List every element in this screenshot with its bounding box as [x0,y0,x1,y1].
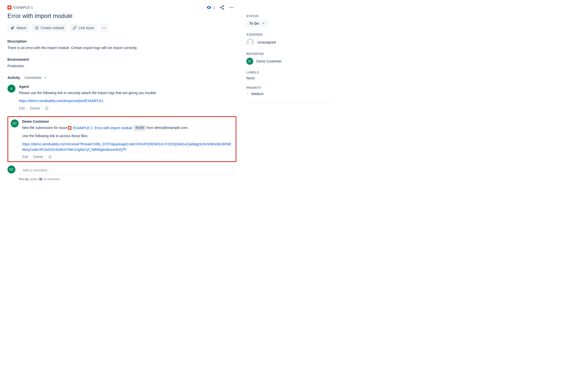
comment: DC Demo Customer New file submission for… [11,119,233,159]
environment-label: Environment [7,57,234,61]
reporter-field[interactable]: DC Demo Customer [246,58,331,65]
eye-icon [207,5,211,10]
edit-comment[interactable]: Edit [19,106,25,110]
activity-filter-dropdown[interactable]: Comments [25,76,48,80]
smiley-plus-icon [48,155,52,159]
svg-point-7 [103,28,103,28]
status-dropdown[interactable]: To Do [246,20,268,27]
inline-issue-link[interactable]: EXAMPLE-1: Error with import module TO D… [68,125,146,131]
comment-text: New file submission for issue EXAMPLE-1:… [22,125,233,131]
priority-field[interactable]: ↑ Medium [246,92,331,96]
svg-point-4 [231,7,232,8]
smiley-plus-icon [45,106,49,110]
attach-button[interactable]: Attach [7,24,29,32]
comment-author[interactable]: Demo Customer [22,119,233,123]
share-button[interactable] [219,5,224,10]
svg-point-2 [223,8,224,9]
breadcrumb[interactable]: EXAMPLE-1 [7,5,33,9]
comment: A Agent Please use the following link to… [7,85,234,110]
svg-point-11 [49,156,52,158]
delete-comment[interactable]: Delete [33,155,43,159]
delete-comment[interactable]: Delete [30,106,40,110]
dots-horizontal-icon [229,5,234,10]
share-icon [219,5,224,10]
reporter-label: REPORTER [246,52,331,56]
highlighted-comment-box: DC Demo Customer New file submission for… [7,116,236,162]
labels-label: LABELS [246,71,331,74]
description-value[interactable]: There is an error with the import module… [7,45,234,51]
link-icon [73,26,77,30]
create-subtask-button[interactable]: Create subtask [32,24,67,32]
comment-text: Please use the following link to securel… [19,90,234,96]
svg-point-5 [232,7,233,8]
status-label: STATUS [246,14,331,18]
svg-point-0 [223,5,224,7]
status-badge: TO DO [134,125,146,131]
svg-point-10 [46,107,48,110]
issue-key: EXAMPLE-1 [13,5,33,9]
keyboard-key: M [38,177,43,181]
comment-link[interactable]: https://demo.sendsafely.com/dropzone/jir… [19,99,104,103]
add-reaction-button[interactable] [48,155,52,159]
watch-button[interactable]: 1 [207,5,215,10]
chevron-down-icon [261,21,265,25]
more-content-actions-button[interactable] [100,24,108,32]
avatar: DC [11,119,19,127]
edit-comment[interactable]: Edit [22,155,28,159]
comment-author[interactable]: Agent [19,85,234,89]
add-comment-input[interactable]: Add a comment... [19,166,234,175]
dots-horizontal-icon [102,26,106,30]
avatar: DC [246,58,253,65]
priority-medium-icon: ↑ [246,92,248,96]
activity-label: Activity [7,76,20,80]
issue-type-icon [68,126,71,130]
link-issue-button[interactable]: Link issue [70,24,97,32]
svg-point-8 [104,28,105,28]
environment-value[interactable]: Production [7,63,234,69]
paperclip-icon [10,26,14,30]
issue-type-icon [7,5,11,9]
labels-field[interactable]: None [246,76,331,80]
comment-link[interactable]: https://demo.sendsafely.com/receive/?thr… [22,142,231,152]
add-reaction-button[interactable] [45,106,49,110]
unassigned-avatar-icon [246,38,254,46]
svg-point-3 [230,7,230,8]
more-actions-button[interactable] [229,5,234,10]
description-label: Description [7,39,234,43]
priority-label: PRIORITY [246,86,331,90]
avatar: DC [7,166,15,173]
assignee-field[interactable]: Unassigned [246,38,331,46]
svg-rect-6 [35,27,38,29]
assignee-label: ASSIGNEE [246,33,331,36]
watch-count: 1 [213,5,215,9]
avatar: A [7,85,15,93]
chevron-down-icon [43,76,47,80]
svg-point-1 [220,7,221,8]
svg-point-9 [105,28,105,28]
comment-text: Use the following link to access these f… [22,133,233,139]
page-title[interactable]: Error with import module [7,12,234,19]
subtask-icon [35,26,39,30]
pro-tip-text: Pro tip: press M to comment [19,177,234,181]
